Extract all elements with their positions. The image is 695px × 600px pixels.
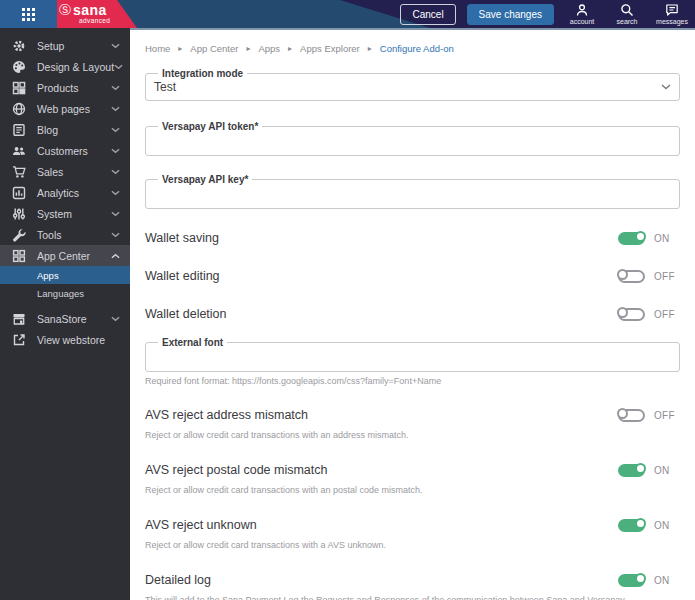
sidebar-item-view-webstore[interactable]: View webstore	[0, 329, 130, 350]
sidebar-subitem-label: Languages	[37, 288, 84, 299]
toggle-state: OFF	[654, 309, 680, 320]
sana-logo[interactable]: Ⓢ sana advanced	[57, 0, 141, 28]
toggle-description: Reject or allow credit card transactions…	[145, 540, 680, 550]
sidebar-item-customers[interactable]: Customers	[0, 140, 130, 161]
sidebar-item-label: Tools	[37, 229, 62, 241]
cancel-button[interactable]: Cancel	[400, 4, 455, 25]
sidebar-item-design-layout[interactable]: Design & Layout	[0, 56, 130, 77]
messages-icon	[665, 3, 679, 17]
toggle-row-wallet-deletion: Wallet deletion OFF	[145, 307, 680, 321]
breadcrumb-separator-icon: ▸	[288, 44, 292, 53]
chevron-down-icon	[111, 106, 120, 112]
toggle-description: Reject or allow credit card transactions…	[145, 485, 680, 495]
breadcrumb-separator-icon: ▸	[368, 44, 372, 53]
chevron-down-icon	[661, 84, 671, 90]
sana-logo-wordmark: sana	[73, 3, 107, 17]
globe-icon	[12, 102, 26, 116]
chevron-down-icon	[111, 232, 120, 238]
sidebar-item-sales[interactable]: Sales	[0, 161, 130, 182]
toggle-label: Wallet saving	[145, 231, 618, 245]
search-button[interactable]: search	[610, 3, 644, 25]
sliders-icon	[12, 207, 26, 221]
api-key-label: Versapay API key*	[158, 174, 252, 185]
grid-icon	[22, 8, 35, 21]
toggle-knob	[635, 463, 646, 474]
external-font-input[interactable]	[154, 350, 671, 366]
toggle-state: ON	[654, 520, 680, 531]
avs-address-mismatch-toggle[interactable]	[618, 409, 645, 422]
sidebar-item-label: Analytics	[37, 187, 79, 199]
avs-unknown-toggle[interactable]	[618, 519, 645, 532]
messages-label: messages	[656, 18, 688, 25]
api-token-input[interactable]	[154, 134, 671, 150]
toggle-state: ON	[654, 575, 680, 586]
sidebar-item-blog[interactable]: Blog	[0, 119, 130, 140]
breadcrumb-apps[interactable]: Apps	[258, 43, 280, 54]
toggle-state: OFF	[654, 410, 680, 421]
toggle-knob	[617, 269, 628, 280]
chevron-down-icon	[111, 211, 120, 217]
integration-mode-value: Test	[154, 80, 661, 94]
sidebar-item-label: Setup	[37, 40, 64, 52]
api-key-input[interactable]	[154, 187, 671, 203]
sidebar-item-label: App Center	[37, 250, 90, 262]
breadcrumb-apps-explorer[interactable]: Apps Explorer	[300, 43, 360, 54]
account-button[interactable]: account	[565, 3, 599, 25]
external-font-label: External font	[158, 337, 227, 348]
chevron-down-icon	[111, 190, 120, 196]
sidebar-item-sanastore[interactable]: SanaStore	[0, 308, 130, 329]
sidebar-item-analytics[interactable]: Analytics	[0, 182, 130, 203]
account-label: account	[570, 18, 595, 25]
main-content: Home ▸ App Center ▸ Apps ▸ Apps Explorer…	[130, 28, 695, 600]
sidebar-item-system[interactable]: System	[0, 203, 130, 224]
breadcrumb-app-center[interactable]: App Center	[190, 43, 238, 54]
integration-mode-select[interactable]: Integration mode Test	[145, 68, 680, 101]
app-launcher-button[interactable]	[0, 0, 57, 28]
wallet-deletion-toggle[interactable]	[618, 308, 645, 321]
detailed-log-toggle[interactable]	[618, 574, 645, 587]
toggle-state: ON	[654, 233, 680, 244]
chevron-down-icon	[111, 316, 120, 322]
storefront-icon	[12, 312, 26, 326]
sidebar-subitem-apps[interactable]: Apps	[0, 266, 130, 284]
search-icon	[620, 3, 634, 17]
sidebar-item-label: Blog	[37, 124, 58, 136]
toggle-description: This will add to the Sana Payment Log th…	[145, 595, 680, 600]
cart-icon	[12, 165, 26, 179]
wallet-editing-toggle[interactable]	[618, 270, 645, 283]
blog-page-icon	[12, 123, 26, 137]
sidebar: Setup Design & Layout Products Web pages…	[0, 28, 130, 600]
toggle-label: Wallet editing	[145, 269, 618, 283]
toggle-row-wallet-saving: Wallet saving ON	[145, 231, 680, 245]
setting-block-avs-postal: AVS reject postal code mismatch ON Rejec…	[145, 463, 680, 495]
toggle-label: AVS reject postal code mismatch	[145, 463, 618, 477]
chevron-down-icon	[111, 43, 120, 49]
toggle-label: Wallet deletion	[145, 307, 618, 321]
sidebar-item-label: Design & Layout	[37, 61, 114, 73]
breadcrumb-current: Configure Add-on	[380, 43, 454, 54]
api-token-label: Versapay API token*	[158, 121, 262, 132]
toggle-knob	[635, 231, 646, 242]
sidebar-item-products[interactable]: Products	[0, 77, 130, 98]
sidebar-item-web-pages[interactable]: Web pages	[0, 98, 130, 119]
sidebar-subitem-languages[interactable]: Languages	[0, 284, 130, 302]
toggle-knob	[617, 307, 628, 318]
breadcrumb-home[interactable]: Home	[145, 43, 170, 54]
avs-postal-mismatch-toggle[interactable]	[618, 464, 645, 477]
toggle-state: ON	[654, 465, 680, 476]
sidebar-item-label: Web pages	[37, 103, 90, 115]
products-grid-icon	[12, 81, 26, 95]
breadcrumb-separator-icon: ▸	[178, 44, 182, 53]
save-changes-button[interactable]: Save changes	[467, 4, 554, 25]
sidebar-item-setup[interactable]: Setup	[0, 35, 130, 56]
sana-logo-subtitle: advanced	[79, 17, 110, 24]
sidebar-item-app-center[interactable]: App Center	[0, 245, 130, 266]
sidebar-item-label: Products	[37, 82, 78, 94]
chevron-down-icon	[111, 127, 120, 133]
setting-block-avs-unknown: AVS reject unknown ON Reject or allow cr…	[145, 518, 680, 550]
wallet-saving-toggle[interactable]	[618, 232, 645, 245]
search-label: search	[616, 18, 637, 25]
sidebar-item-tools[interactable]: Tools	[0, 224, 130, 245]
external-link-icon	[12, 333, 26, 347]
messages-button[interactable]: messages	[655, 3, 689, 25]
